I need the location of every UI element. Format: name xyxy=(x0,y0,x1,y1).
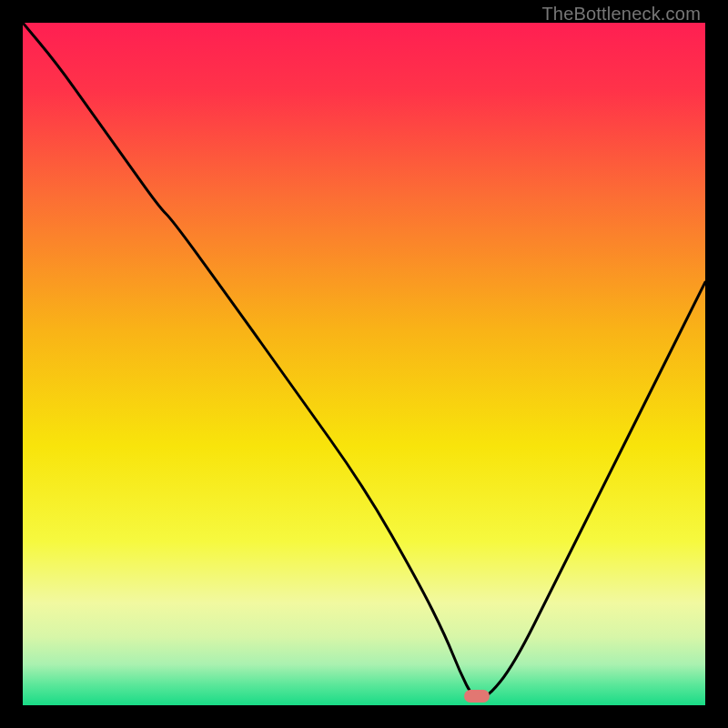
optimal-point-marker xyxy=(464,690,490,703)
chart-frame: TheBottleneck.com xyxy=(0,0,728,728)
watermark-text: TheBottleneck.com xyxy=(541,4,701,25)
heat-gradient-background xyxy=(23,23,705,705)
plot-area xyxy=(23,23,705,705)
